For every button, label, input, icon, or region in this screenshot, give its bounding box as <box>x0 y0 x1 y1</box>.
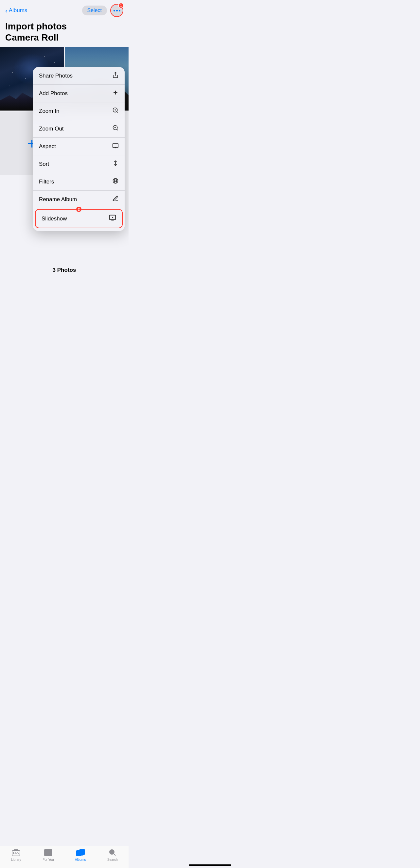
svg-point-13 <box>113 179 118 184</box>
main-content: + Share Photos Add Photos <box>0 47 128 306</box>
page-title-area: Import photos Camera Roll <box>0 20 128 47</box>
zoom-in-icon <box>112 107 119 115</box>
svg-point-16 <box>115 179 117 184</box>
slideshow-wrapper: 2 Slideshow <box>33 209 125 228</box>
dots-icon <box>114 10 120 11</box>
select-button[interactable]: Select <box>82 6 107 16</box>
aspect-label: Aspect <box>39 143 56 150</box>
svg-line-4 <box>117 112 118 113</box>
filters-label: Filters <box>39 179 54 185</box>
slideshow-label: Slideshow <box>41 216 67 222</box>
dot-3 <box>119 10 120 11</box>
sort-label: Sort <box>39 161 49 167</box>
back-button[interactable]: ‹ Albums <box>5 7 27 14</box>
share-photos-label: Share Photos <box>39 72 72 79</box>
share-icon <box>112 72 119 80</box>
svg-line-8 <box>117 129 118 130</box>
add-photos-label: Add Photos <box>39 90 68 97</box>
menu-item-aspect[interactable]: Aspect <box>33 138 125 155</box>
more-badge: 1 <box>118 3 124 8</box>
menu-overlay: Share Photos Add Photos <box>0 47 128 306</box>
rename-icon <box>112 195 119 204</box>
menu-item-rename-album[interactable]: Rename Album <box>33 191 125 208</box>
menu-item-zoom-out[interactable]: Zoom Out <box>33 120 125 138</box>
svg-rect-10 <box>113 144 118 148</box>
dot-2 <box>116 10 118 11</box>
menu-item-zoom-in[interactable]: Zoom In <box>33 102 125 120</box>
sort-icon <box>112 160 119 168</box>
zoom-in-label: Zoom In <box>39 108 59 115</box>
slideshow-icon <box>109 214 116 223</box>
rename-album-label: Rename Album <box>39 196 77 203</box>
slideshow-badge: 2 <box>76 207 82 212</box>
aspect-icon <box>112 142 119 150</box>
menu-item-add-photos[interactable]: Add Photos <box>33 85 125 102</box>
menu-item-sort[interactable]: Sort <box>33 155 125 173</box>
chevron-left-icon: ‹ <box>5 7 7 14</box>
zoom-out-icon <box>112 125 119 133</box>
menu-item-share-photos[interactable]: Share Photos <box>33 67 125 85</box>
more-button[interactable]: 1 <box>110 4 123 17</box>
menu-item-filters[interactable]: Filters <box>33 173 125 191</box>
filters-icon <box>112 178 119 186</box>
page-title: Import photos Camera Roll <box>5 21 123 43</box>
header-actions: Select 1 <box>82 4 123 17</box>
add-icon <box>112 89 119 97</box>
svg-marker-18 <box>112 217 114 219</box>
svg-point-11 <box>115 148 116 148</box>
dot-1 <box>114 10 115 11</box>
zoom-out-label: Zoom Out <box>39 126 64 132</box>
app-header: ‹ Albums Select 1 <box>0 0 128 20</box>
dropdown-menu: Share Photos Add Photos <box>33 67 125 231</box>
back-label: Albums <box>9 7 28 14</box>
